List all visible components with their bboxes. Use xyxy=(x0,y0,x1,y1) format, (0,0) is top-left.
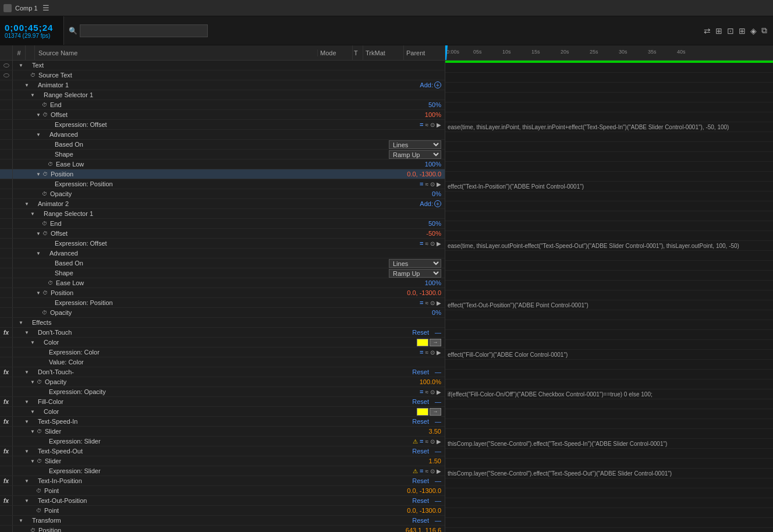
toggle-offset[interactable]: ▼ xyxy=(36,112,42,118)
toggle-opacity3[interactable]: ▼ xyxy=(30,380,36,385)
expr-circle-expr-offset[interactable]: ⊙ xyxy=(430,122,435,128)
stopwatch-pos-transform[interactable]: ⏱ xyxy=(30,527,37,532)
color-swatch-color2[interactable]: → xyxy=(417,408,441,416)
stopwatch-point2[interactable]: ⏱ xyxy=(36,508,43,513)
toggle-fill-color[interactable]: ▼ xyxy=(24,399,30,405)
toggle-position1[interactable]: ▼ xyxy=(36,172,42,177)
expr-circle-expr-offset2[interactable]: ⊙ xyxy=(430,240,435,247)
toggle-slider2[interactable]: ▼ xyxy=(30,459,36,464)
prop-row-opacity3[interactable]: ▼⏱Opacity100.0% xyxy=(0,377,445,387)
dash-btn-dont-touch[interactable]: — xyxy=(435,329,441,336)
prop-row-expr-slider2[interactable]: Expression: Slider⚠=≈⊙▶ xyxy=(0,466,445,476)
swatch-color-color2[interactable] xyxy=(417,408,428,416)
swatch-arrow-color1[interactable]: → xyxy=(430,339,441,346)
toggle-text-in-position[interactable]: ▼ xyxy=(24,478,30,484)
prop-row-text-speed-out[interactable]: fx▼Text-Speed-OutReset— xyxy=(0,446,445,456)
stopwatch-offset2[interactable]: ⏱ xyxy=(42,230,49,236)
stopwatch-slider1[interactable]: ⏱ xyxy=(37,428,44,434)
toggle-range-sel-2[interactable]: ▼ xyxy=(30,211,36,217)
toggle-position2[interactable]: ▼ xyxy=(36,290,42,296)
prop-row-value-color1[interactable]: Value: Color xyxy=(0,357,445,367)
prop-row-dont-touch2[interactable]: fx▼Don't-Touch-Reset— xyxy=(0,367,445,377)
prop-row-ease-low2[interactable]: ⏱Ease Low100% xyxy=(0,278,445,288)
toggle-advanced[interactable]: ▼ xyxy=(36,132,42,137)
expr-play-expr-offset2[interactable]: ▶ xyxy=(437,240,441,247)
prop-row-range-sel-2[interactable]: ▼Range Selector 1 xyxy=(0,209,445,219)
stopwatch-position2[interactable]: ⏱ xyxy=(42,290,49,296)
prop-row-expr-color1[interactable]: Expression: Color=≈⊙▶ xyxy=(0,347,445,357)
expr-circle-expr-slider2[interactable]: ⊙ xyxy=(430,468,435,474)
toggle-slider1[interactable]: ▼ xyxy=(30,429,36,434)
expr-circle-expr-opacity3[interactable]: ⊙ xyxy=(430,389,435,395)
prop-row-source-text[interactable]: ⏱Source Text xyxy=(0,70,445,80)
color-swatch-color1[interactable]: → xyxy=(417,339,441,346)
stopwatch-opacity3[interactable]: ⏱ xyxy=(37,379,44,385)
expr-circle-expr-position1[interactable]: ⊙ xyxy=(430,181,435,187)
prop-row-animator2[interactable]: ▼Animator 2Add: + xyxy=(0,199,445,209)
prop-row-opacity2[interactable]: ⏱Opacity0% xyxy=(0,308,445,318)
expr-eq-expr-opacity3[interactable]: = xyxy=(420,388,423,395)
prop-row-text-in-position[interactable]: fx▼Text-In-PositionReset— xyxy=(0,476,445,486)
prop-row-effects[interactable]: ▼Effects xyxy=(0,318,445,328)
prop-row-opacity1[interactable]: ⏱Opacity0% xyxy=(0,189,445,199)
reset-btn-transform[interactable]: Reset xyxy=(412,517,429,524)
reset-btn-text-speed-out[interactable]: Reset xyxy=(412,448,429,455)
toggle-color2[interactable]: ▼ xyxy=(30,409,36,414)
prop-row-based-on2[interactable]: Based OnLines xyxy=(0,258,445,268)
prop-row-position1[interactable]: ▼⏱Position0.0, -1300.0 xyxy=(0,169,445,179)
prop-row-advanced2[interactable]: ▼Advanced xyxy=(0,249,445,258)
dropdown-shape[interactable]: Ramp Up xyxy=(389,150,441,159)
reset-btn-dont-touch[interactable]: Reset xyxy=(412,329,429,336)
prop-row-dont-touch[interactable]: fx▼Don't-TouchReset— xyxy=(0,328,445,338)
prop-row-slider1[interactable]: ▼⏱Slider3.50 xyxy=(0,427,445,437)
stopwatch-source-text[interactable]: ⏱ xyxy=(30,72,37,78)
prop-row-end2[interactable]: ⏱End50% xyxy=(0,219,445,229)
expr-circle-expr-color1[interactable]: ⊙ xyxy=(430,349,435,356)
prop-row-point1[interactable]: ⏱Point0.0, -1300.0 xyxy=(0,486,445,496)
swatch-arrow-color2[interactable]: → xyxy=(430,408,441,416)
toggle-offset2[interactable]: ▼ xyxy=(36,231,42,236)
prop-row-color1[interactable]: ▼Color→ xyxy=(0,338,445,347)
toggle-text-speed-in[interactable]: ▼ xyxy=(24,419,30,424)
prop-row-fill-color[interactable]: fx▼Fill-ColorReset— xyxy=(0,397,445,407)
stopwatch-ease-low[interactable]: ⏱ xyxy=(48,161,55,167)
stopwatch-slider2[interactable]: ⏱ xyxy=(37,458,44,464)
search-input[interactable] xyxy=(80,24,208,37)
toolbar-icon-2[interactable]: ⊞ xyxy=(715,26,722,36)
expr-eq-expr-offset2[interactable]: = xyxy=(420,240,423,247)
prop-row-expr-offset[interactable]: Expression: Offset=≈⊙▶ xyxy=(0,120,445,130)
expr-circle-expr-slider1[interactable]: ⊙ xyxy=(430,438,435,445)
toggle-advanced2[interactable]: ▼ xyxy=(36,251,42,256)
expr-graph-expr-position2[interactable]: ≈ xyxy=(425,300,429,306)
expr-eq-expr-color1[interactable]: = xyxy=(420,349,423,356)
reset-btn-fill-color[interactable]: Reset xyxy=(412,398,429,405)
reset-btn-text-speed-in[interactable]: Reset xyxy=(412,418,429,425)
expr-circle-expr-position2[interactable]: ⊙ xyxy=(430,300,435,306)
prop-row-expr-slider1[interactable]: Expression: Slider⚠=≈⊙▶ xyxy=(0,437,445,446)
prop-row-slider2[interactable]: ▼⏱Slider1.50 xyxy=(0,456,445,466)
expr-graph-expr-opacity3[interactable]: ≈ xyxy=(425,389,429,395)
expr-eq-expr-slider1[interactable]: = xyxy=(420,438,423,445)
expr-play-expr-slider1[interactable]: ▶ xyxy=(437,438,441,445)
swatch-color-color1[interactable] xyxy=(417,339,428,346)
eye-icon-text[interactable] xyxy=(3,63,9,68)
prop-row-advanced[interactable]: ▼Advanced xyxy=(0,130,445,140)
prop-row-position2[interactable]: ▼⏱Position0.0, -1300.0 xyxy=(0,288,445,298)
toggle-effects[interactable]: ▼ xyxy=(19,320,24,325)
eye-icon-source-text[interactable] xyxy=(3,73,9,77)
prop-row-end[interactable]: ⏱End50% xyxy=(0,100,445,110)
expr-eq-expr-position2[interactable]: = xyxy=(420,299,423,306)
toggle-animator1[interactable]: ▼ xyxy=(24,83,30,88)
add-label-animator1[interactable]: Add: + xyxy=(420,81,441,88)
dropdown-shape2[interactable]: Ramp Up xyxy=(389,269,441,278)
dash-btn-text-speed-in[interactable]: — xyxy=(435,418,441,425)
dropdown-based-on2[interactable]: Lines xyxy=(389,259,441,268)
toolbar-icon-1[interactable]: ⇄ xyxy=(704,26,711,36)
prop-row-text[interactable]: ▼Text xyxy=(0,61,445,70)
stopwatch-end[interactable]: ⏱ xyxy=(42,102,49,108)
toggle-text[interactable]: ▼ xyxy=(19,63,24,68)
expr-play-expr-position1[interactable]: ▶ xyxy=(437,181,441,187)
dash-btn-text-in-position[interactable]: — xyxy=(435,477,441,484)
expr-eq-expr-position1[interactable]: = xyxy=(420,180,423,187)
menu-icon[interactable]: ☰ xyxy=(42,3,49,12)
